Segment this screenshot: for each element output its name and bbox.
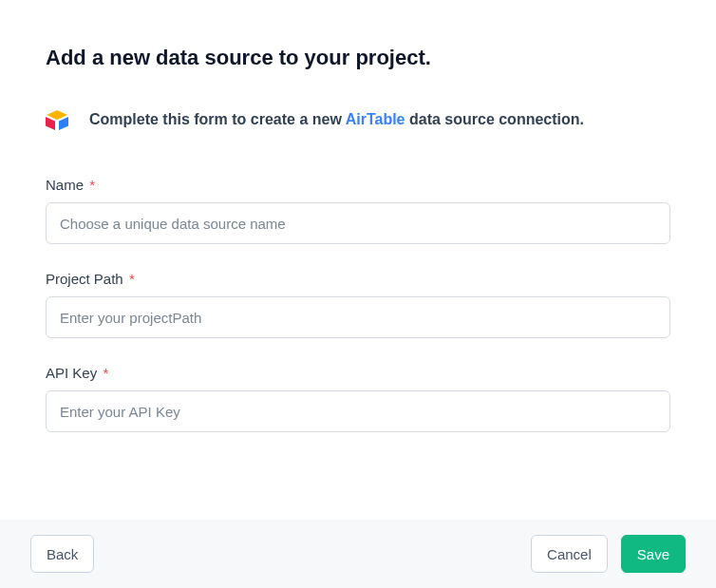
api-key-input[interactable] [46, 390, 670, 432]
name-group: Name * [46, 177, 670, 244]
project-path-label-text: Project Path [46, 271, 123, 287]
intro-row: Complete this form to create a new AirTa… [46, 108, 670, 131]
api-key-label-text: API Key [46, 365, 97, 381]
name-input[interactable] [46, 202, 670, 244]
svg-marker-2 [59, 117, 68, 130]
airtable-link[interactable]: AirTable [346, 111, 405, 127]
svg-marker-1 [46, 117, 55, 130]
footer: Back Cancel Save [0, 520, 716, 588]
name-label-text: Name [46, 177, 84, 193]
intro-text: Complete this form to create a new AirTa… [89, 111, 584, 128]
cancel-button[interactable]: Cancel [531, 535, 608, 573]
project-path-group: Project Path * [46, 271, 670, 338]
save-button[interactable]: Save [621, 535, 686, 573]
svg-marker-0 [47, 110, 67, 120]
project-path-label: Project Path * [46, 271, 670, 287]
intro-prefix: Complete this form to create a new [89, 111, 346, 127]
footer-right: Cancel Save [531, 535, 686, 573]
page-title: Add a new data source to your project. [46, 46, 670, 70]
back-button[interactable]: Back [30, 535, 94, 573]
required-marker: * [103, 365, 108, 381]
project-path-input[interactable] [46, 296, 670, 338]
intro-suffix: data source connection. [405, 111, 584, 127]
form-content: Add a new data source to your project. C… [0, 0, 716, 432]
required-marker: * [89, 177, 95, 193]
name-label: Name * [46, 177, 670, 193]
required-marker: * [129, 271, 135, 287]
airtable-logo-icon [46, 108, 68, 131]
api-key-label: API Key * [46, 365, 670, 381]
api-key-group: API Key * [46, 365, 670, 432]
